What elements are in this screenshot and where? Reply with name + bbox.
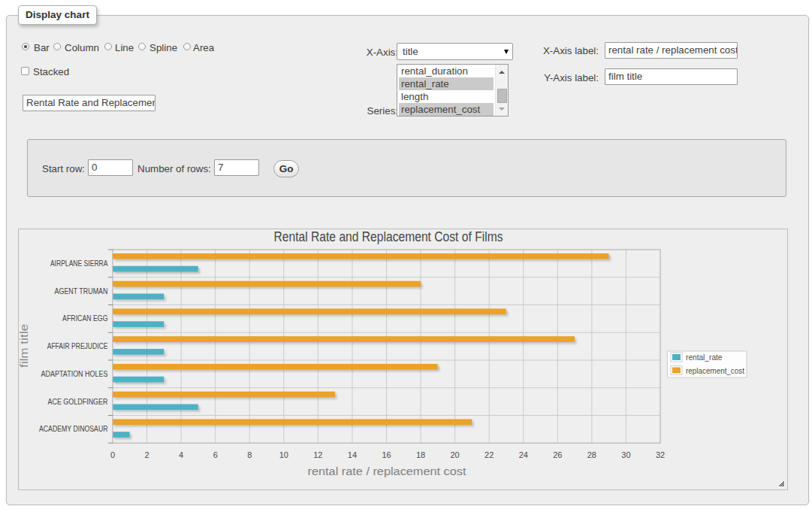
svg-text:ADAPTATION HOLES: ADAPTATION HOLES (41, 370, 108, 378)
svg-text:30: 30 (621, 450, 630, 459)
svg-text:32: 32 (656, 450, 665, 459)
svg-text:film title: film title (19, 324, 30, 368)
svg-text:28: 28 (587, 450, 596, 459)
svg-text:Rental Rate and Replacement Co: Rental Rate and Replacement Cost of Film… (274, 229, 503, 244)
svg-text:16: 16 (382, 450, 391, 459)
svg-text:20: 20 (450, 450, 459, 459)
svg-text:2: 2 (144, 450, 149, 459)
svg-text:10: 10 (279, 450, 288, 459)
svg-text:18: 18 (416, 450, 425, 459)
svg-text:AIRPLANE SIERRA: AIRPLANE SIERRA (50, 259, 108, 268)
svg-text:24: 24 (519, 450, 528, 459)
svg-text:22: 22 (484, 450, 494, 459)
svg-text:ACADEMY DINOSAUR: ACADEMY DINOSAUR (39, 425, 108, 433)
svg-text:replacement_cost: replacement_cost (686, 366, 744, 375)
svg-text:AGENT TRUMAN: AGENT TRUMAN (55, 287, 108, 295)
svg-text:AFFAIR PREJUDICE: AFFAIR PREJUDICE (47, 342, 108, 350)
svg-text:AFRICAN EGG: AFRICAN EGG (62, 314, 108, 323)
svg-text:12: 12 (313, 450, 322, 459)
svg-text:26: 26 (553, 450, 562, 459)
svg-text:14: 14 (348, 450, 357, 459)
svg-text:6: 6 (213, 450, 218, 459)
svg-text:ACE GOLDFINGER: ACE GOLDFINGER (48, 398, 108, 406)
svg-text:4: 4 (179, 450, 183, 459)
svg-text:0: 0 (110, 450, 115, 459)
svg-text:rental rate / replacement cost: rental rate / replacement cost (308, 465, 467, 477)
svg-text:rental_rate: rental_rate (686, 353, 723, 362)
svg-text:8: 8 (247, 450, 252, 459)
